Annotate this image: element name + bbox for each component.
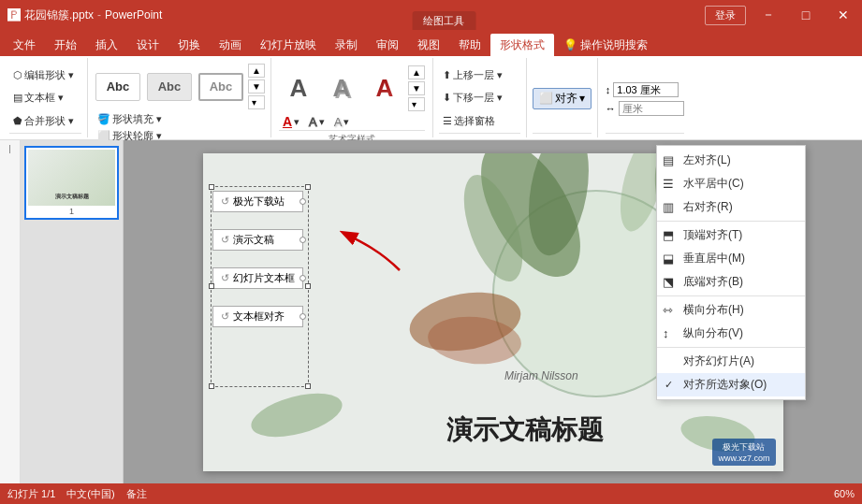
arrange-label bbox=[439, 133, 520, 136]
send-backward-button[interactable]: ⬇下移一层 ▾ bbox=[439, 90, 520, 106]
fill-icon: 🪣 bbox=[97, 113, 110, 125]
watermark: 极光下载站 www.xz7.com bbox=[712, 439, 775, 466]
tab-home[interactable]: 开始 bbox=[45, 34, 86, 56]
tab-slideshow[interactable]: 幻灯片放映 bbox=[251, 34, 326, 56]
label-3[interactable]: ↺ 幻灯片文本框 bbox=[212, 267, 303, 289]
login-button[interactable]: 登录 bbox=[705, 6, 746, 25]
separator: - bbox=[97, 8, 101, 22]
shape-style-2[interactable]: Abc bbox=[147, 73, 192, 101]
align-top-item[interactable]: ⬒ 顶端对齐(T) bbox=[657, 223, 805, 247]
shape-style-arrows: ▲ ▼ ▾ bbox=[248, 64, 265, 109]
art-text-plain[interactable]: A bbox=[281, 71, 316, 107]
watermark-line2: www.xz7.com bbox=[718, 454, 769, 463]
label-3-text: 幻灯片文本框 bbox=[233, 271, 295, 285]
left-panel: | bbox=[0, 140, 21, 483]
edit-shape-icon: ⬡ bbox=[13, 69, 22, 81]
maximize-button[interactable]: □ bbox=[787, 0, 825, 30]
edit-shape-button[interactable]: ⬡ 编辑形状 ▾ bbox=[9, 67, 81, 83]
width-input[interactable] bbox=[619, 101, 684, 116]
minimize-button[interactable]: － bbox=[750, 0, 787, 30]
merge-shapes-button[interactable]: ⬟ 合并形状 ▾ bbox=[9, 113, 81, 129]
watermark-line1: 极光下载站 bbox=[718, 441, 769, 454]
edit-shapes-group: ⬡ 编辑形状 ▾ ▤ 文本框 ▾ ⬟ 合并形状 ▾ bbox=[4, 58, 88, 137]
slide-thumbnail-1[interactable]: 演示文稿标题 1 bbox=[24, 146, 119, 220]
language: 中文(中国) bbox=[66, 487, 114, 501]
distribute-h-icon: ⇿ bbox=[663, 303, 673, 317]
distribute-v-item[interactable]: ↕ 纵向分布(V) bbox=[657, 322, 805, 345]
tab-animations[interactable]: 动画 bbox=[210, 34, 251, 56]
label-3-icon: ↺ bbox=[221, 272, 229, 284]
align-slide-item[interactable]: 对齐幻灯片(A) bbox=[657, 350, 805, 373]
send-backward-icon: ⬇ bbox=[443, 92, 451, 104]
tab-search[interactable]: 💡 操作说明搜索 bbox=[554, 34, 657, 56]
align-right-item[interactable]: ▥ 右对齐(R) bbox=[657, 195, 805, 219]
art-text-shadow[interactable]: A bbox=[324, 71, 359, 107]
shape-fill-button[interactable]: 🪣形状填充 ▾ bbox=[94, 111, 265, 127]
tab-file[interactable]: 文件 bbox=[4, 34, 45, 56]
label-1[interactable]: ↺ 极光下载站 bbox=[212, 191, 303, 212]
zoom-level: 60% bbox=[834, 488, 855, 499]
textbox-icon: ▤ bbox=[13, 92, 22, 104]
title-bar-right: 登录 － □ ✕ bbox=[705, 0, 862, 30]
label-4[interactable]: ↺ 文本框对齐 bbox=[212, 306, 303, 327]
height-icon: ↕ bbox=[606, 84, 611, 95]
shape-style-up[interactable]: ▲ bbox=[248, 64, 265, 78]
label-4-text: 文本框对齐 bbox=[233, 310, 285, 324]
tab-insert[interactable]: 插入 bbox=[86, 34, 127, 56]
selection-pane-icon: ☰ bbox=[443, 115, 452, 127]
slide-title[interactable]: 演示文稿标题 bbox=[446, 412, 604, 448]
slide-thumbnail-panel: 演示文稿标题 1 bbox=[21, 140, 124, 483]
align-button[interactable]: ⬜ 对齐 ▾ bbox=[533, 88, 592, 109]
tab-record[interactable]: 录制 bbox=[326, 34, 367, 56]
tab-shape-format[interactable]: 形状格式 bbox=[490, 34, 554, 56]
left-labels: ↺ 极光下载站 ↺ 演示文稿 ↺ 幻灯片文本框 bbox=[212, 191, 303, 327]
align-left-item[interactable]: ▤ 左对齐(L) bbox=[657, 149, 805, 172]
shape-style-expand[interactable]: ▾ bbox=[248, 95, 265, 109]
align-bottom-icon: ⬔ bbox=[663, 275, 674, 289]
align-right-icon: ▥ bbox=[663, 200, 674, 214]
text-outline-button[interactable]: A ▾ bbox=[305, 113, 329, 130]
art-text-expand[interactable]: ▾ bbox=[408, 97, 425, 111]
selection-pane-button[interactable]: ☰选择窗格 bbox=[439, 113, 520, 129]
art-text-up[interactable]: ▲ bbox=[408, 65, 425, 79]
arrange-group: ⬆上移一层 ▾ ⬇下移一层 ▾ ☰选择窗格 bbox=[433, 58, 527, 137]
status-bar: 幻灯片 1/1 中文(中国) 备注 60% bbox=[0, 483, 862, 504]
label-1-dot bbox=[300, 198, 306, 205]
close-button[interactable]: ✕ bbox=[825, 0, 862, 30]
textbox-button[interactable]: ▤ 文本框 ▾ bbox=[9, 90, 81, 106]
align-left-icon: ▤ bbox=[663, 153, 674, 167]
align-center-v-item[interactable]: ⬓ 垂直居中(M) bbox=[657, 247, 805, 270]
search-icon: 💡 bbox=[563, 38, 577, 51]
align-dropdown-menu: ▤ 左对齐(L) ☰ 水平居中(C) ▥ 右对齐(R) ⬒ 顶端对齐(T) ⬓ … bbox=[656, 145, 806, 400]
art-text-fancy[interactable]: A bbox=[367, 71, 402, 107]
align-selected-item[interactable]: ✓ 对齐所选对象(O) bbox=[657, 373, 805, 396]
art-text-down[interactable]: ▼ bbox=[408, 81, 425, 95]
tab-help[interactable]: 帮助 bbox=[449, 34, 490, 56]
size-label bbox=[606, 133, 684, 136]
distribute-h-item[interactable]: ⇿ 横向分布(H) bbox=[657, 298, 805, 322]
align-top-icon: ⬒ bbox=[663, 228, 674, 242]
tab-transitions[interactable]: 切换 bbox=[168, 34, 210, 56]
label-2[interactable]: ↺ 演示文稿 bbox=[212, 229, 303, 251]
text-fill-button[interactable]: A ▾ bbox=[279, 113, 303, 130]
bring-forward-button[interactable]: ⬆上移一层 ▾ bbox=[439, 67, 520, 83]
height-input[interactable] bbox=[613, 82, 679, 97]
shape-style-3[interactable]: Abc bbox=[198, 73, 243, 101]
check-icon: ✓ bbox=[665, 379, 673, 391]
tab-design[interactable]: 设计 bbox=[127, 34, 168, 56]
notes-btn[interactable]: 备注 bbox=[126, 487, 147, 501]
align-bottom-item[interactable]: ⬔ 底端对齐(B) bbox=[657, 270, 805, 294]
shape-style-1[interactable]: Abc bbox=[95, 73, 140, 101]
size-group: ↕ ↔ bbox=[598, 58, 692, 137]
tab-review[interactable]: 审阅 bbox=[367, 34, 408, 56]
align-group: ⬜ 对齐 ▾ bbox=[527, 58, 598, 137]
shape-style-down[interactable]: ▼ bbox=[248, 79, 265, 94]
align-center-h-item[interactable]: ☰ 水平居中(C) bbox=[657, 172, 805, 195]
divider-3 bbox=[657, 347, 805, 348]
label-1-icon: ↺ bbox=[221, 195, 229, 208]
tab-view[interactable]: 视图 bbox=[408, 34, 449, 56]
align-icon: ⬜ bbox=[539, 92, 553, 105]
bring-forward-icon: ⬆ bbox=[443, 69, 451, 81]
label-4-dot bbox=[300, 313, 306, 320]
text-effect-button[interactable]: A ▾ bbox=[330, 113, 354, 130]
